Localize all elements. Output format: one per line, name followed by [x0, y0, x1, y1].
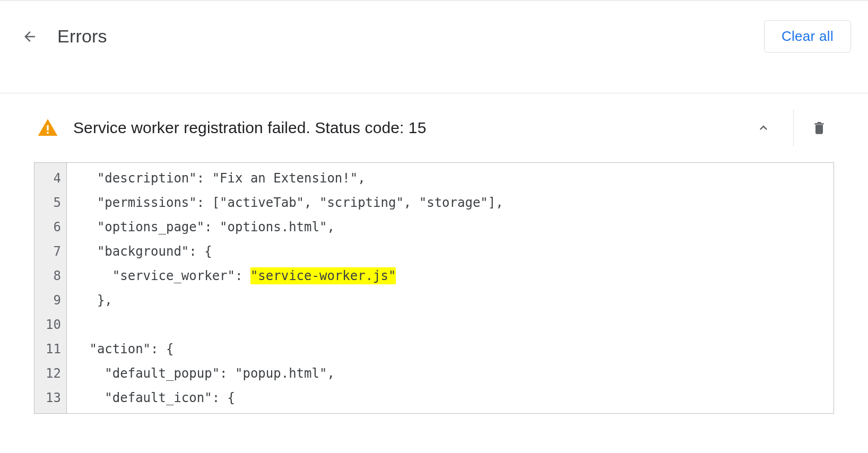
- error-header[interactable]: Service worker registration failed. Stat…: [34, 100, 834, 156]
- code-line: "permissions": ["activeTab", "scripting"…: [82, 190, 834, 215]
- chevron-up-icon: [756, 120, 771, 135]
- page-header: Errors Clear all: [0, 1, 868, 63]
- action-separator: [793, 109, 794, 146]
- line-number: 11: [42, 337, 61, 361]
- code-lines: "description": "Fix an Extension!", "per…: [67, 163, 834, 413]
- line-number: 5: [42, 190, 61, 215]
- code-line: "description": "Fix an Extension!",: [82, 166, 834, 190]
- line-number: 9: [42, 288, 61, 312]
- code-line: "options_page": "options.html",: [82, 215, 834, 239]
- error-title: Service worker registration failed. Stat…: [73, 119, 749, 137]
- line-number: 8: [42, 264, 61, 288]
- line-number: 7: [42, 239, 61, 264]
- error-card: Service worker registration failed. Stat…: [34, 100, 834, 414]
- errors-page: Errors Clear all Service worker registra…: [0, 1, 868, 414]
- code-line: [82, 312, 834, 337]
- line-number: 4: [42, 166, 61, 190]
- clear-all-button[interactable]: Clear all: [764, 20, 851, 53]
- svg-rect-1: [47, 132, 48, 134]
- trash-icon: [812, 120, 827, 136]
- collapse-button[interactable]: [749, 113, 778, 143]
- delete-error-button[interactable]: [804, 113, 834, 143]
- back-button[interactable]: [17, 24, 42, 49]
- code-line: "action": {: [82, 337, 834, 361]
- line-number: 12: [42, 361, 61, 386]
- code-line: "service_worker": "service-worker.js": [82, 264, 834, 288]
- code-line: "background": {: [82, 239, 834, 264]
- code-line: },: [82, 288, 834, 312]
- line-number-gutter: 45678910111213: [34, 163, 67, 413]
- line-number: 6: [42, 215, 61, 239]
- highlighted-code: "service-worker.js": [250, 267, 396, 284]
- code-line: "default_icon": {: [82, 386, 834, 410]
- header-divider: [0, 93, 868, 93]
- svg-rect-0: [47, 125, 48, 130]
- line-number: 10: [42, 312, 61, 337]
- code-block: 45678910111213 "description": "Fix an Ex…: [34, 162, 834, 414]
- back-arrow-icon: [22, 29, 38, 45]
- page-title: Errors: [57, 26, 764, 47]
- warning-icon: [37, 117, 58, 138]
- line-number: 13: [42, 386, 61, 410]
- code-line: "default_popup": "popup.html",: [82, 361, 834, 386]
